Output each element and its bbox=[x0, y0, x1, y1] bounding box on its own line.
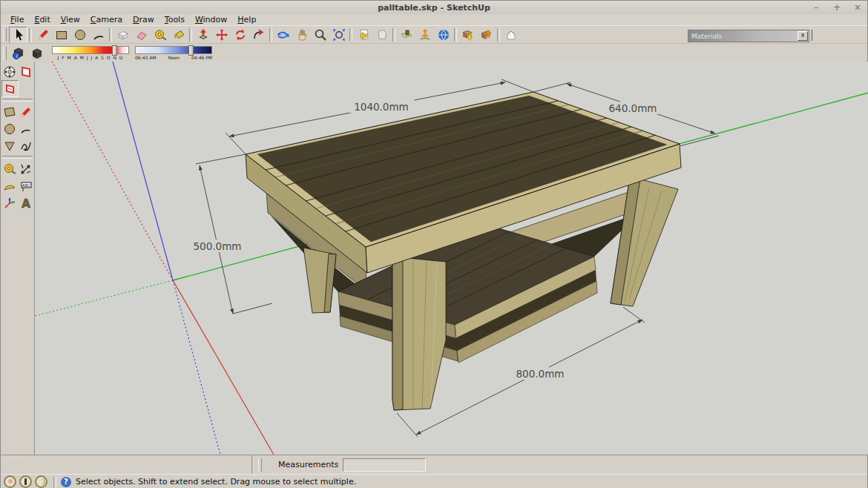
shadow-toggle-button[interactable] bbox=[27, 44, 46, 62]
geolocation-status-icon[interactable] bbox=[4, 475, 16, 488]
menu-help[interactable]: Help bbox=[232, 15, 261, 24]
help-icon[interactable]: ? bbox=[61, 477, 71, 487]
materials-palette[interactable]: Materials x bbox=[688, 30, 809, 42]
tool-palette: ABC A bbox=[1, 62, 35, 455]
menu-edit[interactable]: Edit bbox=[29, 15, 55, 24]
pan-tool-button[interactable] bbox=[292, 27, 311, 44]
date-slider-labels: J F M A M J J A S O N D bbox=[52, 54, 129, 60]
zoom-extents-button[interactable] bbox=[329, 27, 348, 44]
measurements-bar: Measurements bbox=[1, 455, 867, 474]
shadow-toggle-icon bbox=[30, 46, 45, 61]
make-component-button[interactable] bbox=[114, 27, 132, 44]
freehand-tool-button[interactable] bbox=[18, 137, 34, 154]
circle-icon bbox=[73, 28, 87, 42]
tape-measure-side-button[interactable] bbox=[1, 160, 18, 177]
circle-tool-button[interactable] bbox=[70, 27, 89, 44]
toggle-terrain-button[interactable] bbox=[415, 27, 434, 44]
circle-tool-side-button[interactable] bbox=[1, 120, 18, 137]
menu-tools[interactable]: Tools bbox=[160, 15, 190, 24]
orbit-tool-button[interactable] bbox=[274, 27, 292, 44]
photo-textures-button[interactable] bbox=[434, 27, 453, 44]
add-location-button[interactable] bbox=[397, 27, 415, 44]
next-view-button[interactable] bbox=[372, 27, 391, 44]
views-compass-button[interactable] bbox=[1, 63, 18, 80]
warehouse-button[interactable] bbox=[502, 27, 520, 44]
rotate-icon bbox=[234, 28, 247, 42]
next-icon bbox=[375, 28, 389, 42]
line-tool-button[interactable] bbox=[33, 27, 52, 44]
arc-tool-button[interactable] bbox=[89, 27, 108, 44]
main-toolbar: Materials x bbox=[1, 25, 867, 44]
measurements-label: Measurements bbox=[278, 460, 338, 469]
eraser-icon bbox=[135, 28, 148, 42]
green-axis-negative bbox=[35, 280, 173, 316]
menu-view[interactable]: View bbox=[56, 15, 85, 24]
model-canvas[interactable]: 1040.0mm 640.0mm 500.0mm bbox=[35, 62, 868, 455]
menu-file[interactable]: File bbox=[5, 15, 29, 24]
arc-tool-side-button[interactable] bbox=[18, 120, 34, 137]
measurements-grip bbox=[258, 458, 262, 472]
section-plane-icon bbox=[19, 65, 33, 79]
shadow-dialog-button[interactable]: i bbox=[9, 44, 27, 62]
follow-me-button[interactable] bbox=[249, 27, 268, 44]
menu-draw[interactable]: Draw bbox=[128, 15, 160, 24]
move-icon bbox=[215, 28, 228, 42]
credit-status-icon[interactable] bbox=[19, 475, 32, 488]
time-slider-thumb[interactable] bbox=[188, 45, 194, 56]
protractor-tool-button[interactable] bbox=[1, 177, 18, 194]
minimize-button[interactable]: – bbox=[811, 1, 821, 14]
measurements-input[interactable] bbox=[343, 458, 426, 472]
red-axis bbox=[173, 280, 274, 455]
line-pencil-icon bbox=[36, 28, 50, 42]
rectangle-tool-side-button[interactable] bbox=[1, 103, 18, 120]
shadow-date-slider[interactable]: J F M A M J J A S O N D bbox=[52, 46, 129, 60]
previous-view-button[interactable] bbox=[354, 27, 372, 44]
shadow-toolbar-grip[interactable] bbox=[3, 47, 7, 60]
status-message: Select objects. Shift to extend select. … bbox=[76, 477, 356, 487]
model-scene: 1040.0mm 640.0mm 500.0mm bbox=[35, 62, 868, 455]
tape-measure-button[interactable] bbox=[151, 27, 169, 44]
table-model[interactable] bbox=[246, 92, 681, 410]
status-bar: ? Select objects. Shift to extend select… bbox=[1, 474, 867, 488]
signin-status-icon[interactable] bbox=[35, 475, 47, 488]
line-tool-side-button[interactable] bbox=[18, 103, 34, 120]
text-tool-button[interactable]: ABC bbox=[18, 177, 34, 194]
push-pull-button[interactable] bbox=[194, 27, 212, 44]
shadow-toolbar: i J F M A M J J A S O N D 06:43 AM Noon … bbox=[1, 43, 867, 63]
polygon-tool-button[interactable] bbox=[1, 137, 18, 154]
materials-grip bbox=[812, 30, 814, 41]
maximize-button[interactable]: + bbox=[832, 1, 842, 14]
menu-window[interactable]: Window bbox=[190, 15, 232, 24]
dimension-tool-button[interactable] bbox=[18, 160, 34, 177]
get-models-button[interactable] bbox=[458, 27, 477, 44]
shadow-time-slider[interactable]: 06:43 AM Noon 04:46 PM bbox=[135, 46, 212, 60]
svg-text:640.0mm: 640.0mm bbox=[609, 102, 657, 114]
circle-side-icon bbox=[3, 122, 16, 136]
select-tool-button[interactable] bbox=[9, 27, 27, 44]
axes-tool-button[interactable] bbox=[1, 194, 18, 211]
time-gradient bbox=[136, 47, 211, 53]
title-bar: palltable.skp - SketchUp – + × bbox=[1, 1, 867, 15]
tape-measure-side-icon bbox=[3, 162, 16, 176]
date-slider-thumb[interactable] bbox=[112, 45, 117, 56]
toolbar-grip[interactable] bbox=[3, 28, 7, 42]
move-tool-button[interactable] bbox=[212, 27, 231, 44]
rotate-tool-button[interactable] bbox=[231, 27, 249, 44]
close-button[interactable]: × bbox=[852, 1, 863, 14]
date-gradient bbox=[53, 47, 128, 53]
paint-bucket-button[interactable] bbox=[169, 27, 188, 44]
svg-text:ABC: ABC bbox=[22, 182, 30, 187]
palette-divider bbox=[2, 156, 33, 159]
arc-side-icon bbox=[19, 122, 33, 136]
rectangle-icon bbox=[55, 28, 68, 42]
eraser-tool-button[interactable] bbox=[132, 27, 151, 44]
zoom-tool-button[interactable] bbox=[311, 27, 329, 44]
materials-close-icon[interactable]: x bbox=[798, 31, 808, 41]
share-models-button[interactable] bbox=[477, 27, 496, 44]
section-plane-button[interactable] bbox=[18, 63, 34, 80]
section-cut-button[interactable] bbox=[1, 80, 19, 97]
rectangle-tool-button[interactable] bbox=[52, 27, 70, 44]
menu-camera[interactable]: Camera bbox=[85, 15, 128, 24]
axes-icon bbox=[3, 197, 16, 210]
3d-text-tool-button[interactable]: A bbox=[18, 194, 34, 211]
